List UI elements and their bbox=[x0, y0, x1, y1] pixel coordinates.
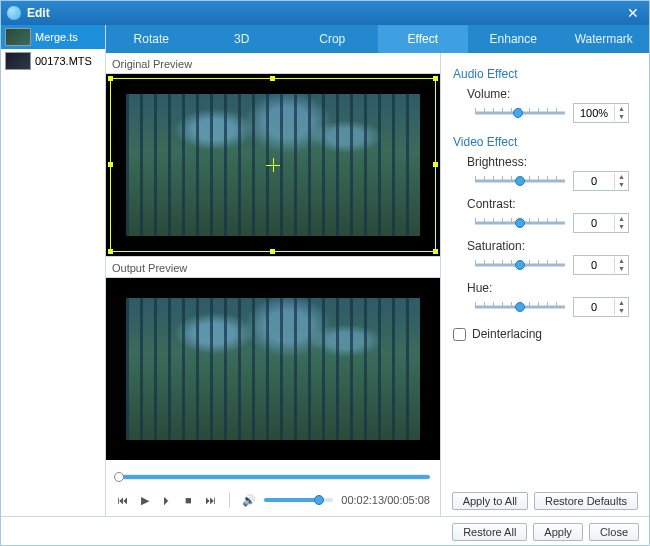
tab-effect[interactable]: Effect bbox=[378, 25, 469, 53]
brightness-slider[interactable] bbox=[475, 174, 565, 188]
restore-all-button[interactable]: Restore All bbox=[452, 523, 527, 541]
close-button[interactable]: Close bbox=[589, 523, 639, 541]
volume-slider[interactable] bbox=[264, 498, 333, 502]
saturation-input[interactable] bbox=[574, 259, 614, 271]
spin-up-icon[interactable]: ▲ bbox=[615, 215, 628, 223]
volume-label: Volume: bbox=[467, 87, 637, 101]
file-item-00173[interactable]: 00173.MTS bbox=[1, 49, 105, 73]
play-button[interactable]: ▶ bbox=[138, 494, 152, 507]
timeline-slider[interactable] bbox=[116, 474, 430, 480]
hue-input[interactable] bbox=[574, 301, 614, 313]
tab-watermark[interactable]: Watermark bbox=[559, 25, 650, 53]
spin-up-icon[interactable]: ▲ bbox=[615, 257, 628, 265]
contrast-spin[interactable]: ▲▼ bbox=[573, 213, 629, 233]
saturation-spin[interactable]: ▲▼ bbox=[573, 255, 629, 275]
video-effect-title: Video Effect bbox=[453, 135, 637, 149]
crosshair-icon bbox=[266, 158, 280, 172]
time-display: 00:02:13/00:05:08 bbox=[341, 494, 430, 506]
file-thumb bbox=[5, 52, 31, 70]
original-preview[interactable] bbox=[106, 74, 440, 256]
hue-slider[interactable] bbox=[475, 300, 565, 314]
tab-3d[interactable]: 3D bbox=[197, 25, 288, 53]
apply-button[interactable]: Apply bbox=[533, 523, 583, 541]
tab-rotate[interactable]: Rotate bbox=[106, 25, 197, 53]
contrast-input[interactable] bbox=[574, 217, 614, 229]
brightness-spin[interactable]: ▲▼ bbox=[573, 171, 629, 191]
brightness-label: Brightness: bbox=[467, 155, 637, 169]
tab-crop[interactable]: Crop bbox=[287, 25, 378, 53]
file-thumb bbox=[5, 28, 31, 46]
tab-bar: Rotate 3D Crop Effect Enhance Watermark bbox=[106, 25, 649, 53]
restore-defaults-button[interactable]: Restore Defaults bbox=[534, 492, 638, 510]
titlebar: Edit ✕ bbox=[1, 1, 649, 25]
file-name: Merge.ts bbox=[35, 31, 78, 43]
volume-input[interactable] bbox=[574, 107, 614, 119]
spin-down-icon[interactable]: ▼ bbox=[615, 265, 628, 273]
spin-down-icon[interactable]: ▼ bbox=[615, 307, 628, 315]
contrast-slider[interactable] bbox=[475, 216, 565, 230]
saturation-label: Saturation: bbox=[467, 239, 637, 253]
output-preview-label: Output Preview bbox=[106, 256, 440, 278]
video-frame bbox=[126, 298, 420, 440]
spin-down-icon[interactable]: ▼ bbox=[615, 223, 628, 231]
output-preview[interactable] bbox=[106, 278, 440, 460]
bottom-bar: Restore All Apply Close bbox=[1, 516, 649, 546]
stop-button[interactable]: ■ bbox=[181, 494, 195, 506]
spin-down-icon[interactable]: ▼ bbox=[615, 113, 628, 121]
original-preview-label: Original Preview bbox=[106, 53, 440, 74]
hue-label: Hue: bbox=[467, 281, 637, 295]
spin-up-icon[interactable]: ▲ bbox=[615, 299, 628, 307]
effect-panel: Audio Effect Volume: ▲▼ Video Effect Bri… bbox=[441, 53, 649, 516]
apply-to-all-button[interactable]: Apply to All bbox=[452, 492, 528, 510]
window-title: Edit bbox=[27, 6, 623, 20]
file-sidebar: Merge.ts 00173.MTS bbox=[1, 25, 106, 516]
file-name: 00173.MTS bbox=[35, 55, 92, 67]
deinterlace-label: Deinterlacing bbox=[472, 327, 542, 341]
audio-effect-title: Audio Effect bbox=[453, 67, 637, 81]
volume-spin[interactable]: ▲▼ bbox=[573, 103, 629, 123]
volume-effect-slider[interactable] bbox=[475, 106, 565, 120]
file-item-merge[interactable]: Merge.ts bbox=[1, 25, 105, 49]
next-frame-button[interactable]: ⏭ bbox=[203, 494, 217, 506]
deinterlace-checkbox[interactable] bbox=[453, 328, 466, 341]
prev-frame-button[interactable]: ⏮ bbox=[116, 494, 130, 506]
spin-up-icon[interactable]: ▲ bbox=[615, 105, 628, 113]
spin-down-icon[interactable]: ▼ bbox=[615, 181, 628, 189]
brightness-input[interactable] bbox=[574, 175, 614, 187]
app-icon bbox=[7, 6, 21, 20]
spin-up-icon[interactable]: ▲ bbox=[615, 173, 628, 181]
tab-enhance[interactable]: Enhance bbox=[468, 25, 559, 53]
next-button[interactable]: ⏵ bbox=[160, 494, 174, 506]
close-icon[interactable]: ✕ bbox=[623, 5, 643, 21]
hue-spin[interactable]: ▲▼ bbox=[573, 297, 629, 317]
playback-controls: ⏮ ▶ ⏵ ■ ⏭ 🔊 00:02:13/00:05:08 bbox=[106, 490, 440, 516]
contrast-label: Contrast: bbox=[467, 197, 637, 211]
saturation-slider[interactable] bbox=[475, 258, 565, 272]
volume-icon[interactable]: 🔊 bbox=[242, 494, 256, 507]
